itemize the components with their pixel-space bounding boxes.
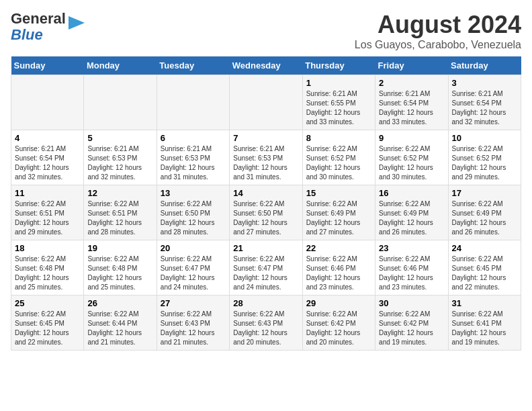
day-number: 31: [452, 298, 517, 308]
calendar-cell-w3d6: 16Sunrise: 6:22 AM Sunset: 6:49 PM Dayli…: [375, 185, 448, 240]
calendar-cell-w1d3: [157, 75, 229, 130]
day-info: Sunrise: 6:22 AM Sunset: 6:44 PM Dayligh…: [87, 310, 152, 347]
logo-content: General Blue: [11, 11, 86, 43]
day-number: 24: [452, 243, 517, 253]
calendar-cell-w3d7: 17Sunrise: 6:22 AM Sunset: 6:49 PM Dayli…: [448, 185, 521, 240]
calendar-cell-w2d7: 10Sunrise: 6:22 AM Sunset: 6:52 PM Dayli…: [448, 130, 521, 185]
day-number: 20: [161, 243, 226, 253]
calendar-cell-w5d5: 29Sunrise: 6:22 AM Sunset: 6:42 PM Dayli…: [302, 295, 375, 351]
day-number: 16: [379, 188, 444, 198]
day-info: Sunrise: 6:22 AM Sunset: 6:49 PM Dayligh…: [379, 199, 444, 237]
header-friday: Friday: [375, 56, 448, 75]
day-number: 6: [161, 133, 226, 143]
day-info: Sunrise: 6:22 AM Sunset: 6:42 PM Dayligh…: [379, 310, 444, 347]
calendar-cell-w2d1: 4Sunrise: 6:21 AM Sunset: 6:54 PM Daylig…: [11, 130, 84, 185]
day-info: Sunrise: 6:22 AM Sunset: 6:45 PM Dayligh…: [15, 310, 80, 347]
day-number: 17: [452, 188, 517, 198]
calendar-cell-w1d6: 2Sunrise: 6:21 AM Sunset: 6:54 PM Daylig…: [375, 75, 448, 130]
calendar-cell-w3d3: 13Sunrise: 6:22 AM Sunset: 6:50 PM Dayli…: [157, 185, 229, 240]
day-info: Sunrise: 6:21 AM Sunset: 6:54 PM Dayligh…: [379, 89, 444, 127]
calendar-cell-w1d4: [230, 75, 302, 130]
calendar-cell-w5d7: 31Sunrise: 6:22 AM Sunset: 6:41 PM Dayli…: [448, 295, 521, 351]
day-info: Sunrise: 6:21 AM Sunset: 6:55 PM Dayligh…: [306, 89, 371, 127]
calendar-cell-w4d4: 21Sunrise: 6:22 AM Sunset: 6:47 PM Dayli…: [230, 240, 302, 295]
day-number: 18: [15, 243, 80, 253]
calendar-cell-w4d3: 20Sunrise: 6:22 AM Sunset: 6:47 PM Dayli…: [157, 240, 229, 295]
day-number: 5: [87, 133, 152, 143]
day-number: 28: [233, 298, 298, 308]
logo: General Blue: [11, 11, 86, 43]
calendar-cell-w1d5: 1Sunrise: 6:21 AM Sunset: 6:55 PM Daylig…: [302, 75, 375, 130]
calendar-cell-w5d3: 27Sunrise: 6:22 AM Sunset: 6:43 PM Dayli…: [157, 295, 229, 351]
title-area: August 2024 Los Guayos, Carabobo, Venezu…: [355, 11, 521, 51]
calendar-week-3: 11Sunrise: 6:22 AM Sunset: 6:51 PM Dayli…: [11, 185, 521, 240]
day-number: 15: [306, 188, 371, 198]
day-number: 10: [452, 133, 517, 143]
day-number: 26: [87, 298, 152, 308]
header-sunday: Sunday: [11, 56, 84, 75]
day-number: 23: [379, 243, 444, 253]
day-info: Sunrise: 6:22 AM Sunset: 6:43 PM Dayligh…: [161, 310, 226, 347]
day-info: Sunrise: 6:22 AM Sunset: 6:48 PM Dayligh…: [87, 255, 152, 292]
calendar-cell-w4d2: 19Sunrise: 6:22 AM Sunset: 6:48 PM Dayli…: [84, 240, 157, 295]
page-title: August 2024: [355, 11, 521, 39]
header-tuesday: Tuesday: [157, 56, 229, 75]
day-number: 11: [15, 188, 80, 198]
day-info: Sunrise: 6:22 AM Sunset: 6:47 PM Dayligh…: [233, 255, 298, 292]
calendar-cell-w3d4: 14Sunrise: 6:22 AM Sunset: 6:50 PM Dayli…: [230, 185, 302, 240]
calendar-cell-w3d5: 15Sunrise: 6:22 AM Sunset: 6:49 PM Dayli…: [302, 185, 375, 240]
day-number: 3: [452, 78, 517, 88]
calendar-cell-w5d2: 26Sunrise: 6:22 AM Sunset: 6:44 PM Dayli…: [84, 295, 157, 351]
day-info: Sunrise: 6:22 AM Sunset: 6:52 PM Dayligh…: [379, 144, 444, 182]
day-info: Sunrise: 6:22 AM Sunset: 6:45 PM Dayligh…: [452, 255, 517, 292]
logo-general: General: [11, 10, 66, 27]
day-number: 2: [379, 78, 444, 88]
calendar-cell-w2d3: 6Sunrise: 6:21 AM Sunset: 6:53 PM Daylig…: [157, 130, 229, 185]
calendar-cell-w5d1: 25Sunrise: 6:22 AM Sunset: 6:45 PM Dayli…: [11, 295, 84, 351]
day-number: 8: [306, 133, 371, 143]
calendar-cell-w2d4: 7Sunrise: 6:21 AM Sunset: 6:53 PM Daylig…: [230, 130, 302, 185]
day-info: Sunrise: 6:22 AM Sunset: 6:42 PM Dayligh…: [306, 310, 371, 347]
day-number: 14: [233, 188, 298, 198]
calendar-cell-w4d7: 24Sunrise: 6:22 AM Sunset: 6:45 PM Dayli…: [448, 240, 521, 295]
calendar-table: SundayMondayTuesdayWednesdayThursdayFrid…: [11, 56, 521, 351]
calendar-week-2: 4Sunrise: 6:21 AM Sunset: 6:54 PM Daylig…: [11, 130, 521, 185]
header-saturday: Saturday: [448, 56, 521, 75]
day-number: 30: [379, 298, 444, 308]
calendar-cell-w5d6: 30Sunrise: 6:22 AM Sunset: 6:42 PM Dayli…: [375, 295, 448, 351]
calendar-cell-w2d6: 9Sunrise: 6:22 AM Sunset: 6:52 PM Daylig…: [375, 130, 448, 185]
day-info: Sunrise: 6:22 AM Sunset: 6:46 PM Dayligh…: [306, 255, 371, 292]
calendar-cell-w4d1: 18Sunrise: 6:22 AM Sunset: 6:48 PM Dayli…: [11, 240, 84, 295]
calendar-cell-w2d5: 8Sunrise: 6:22 AM Sunset: 6:52 PM Daylig…: [302, 130, 375, 185]
calendar-cell-w4d5: 22Sunrise: 6:22 AM Sunset: 6:46 PM Dayli…: [302, 240, 375, 295]
logo-blue: Blue: [11, 26, 43, 43]
header: General Blue August 2024 Los Guayos, Car…: [11, 11, 521, 51]
page-subtitle: Los Guayos, Carabobo, Venezuela: [355, 39, 521, 51]
logo-arrow-icon: [67, 13, 86, 35]
day-number: 29: [306, 298, 371, 308]
calendar-week-1: 1Sunrise: 6:21 AM Sunset: 6:55 PM Daylig…: [11, 75, 521, 130]
day-info: Sunrise: 6:21 AM Sunset: 6:54 PM Dayligh…: [452, 89, 517, 127]
day-info: Sunrise: 6:21 AM Sunset: 6:53 PM Dayligh…: [233, 144, 298, 182]
day-info: Sunrise: 6:21 AM Sunset: 6:53 PM Dayligh…: [87, 144, 152, 182]
calendar-cell-w3d1: 11Sunrise: 6:22 AM Sunset: 6:51 PM Dayli…: [11, 185, 84, 240]
calendar-week-5: 25Sunrise: 6:22 AM Sunset: 6:45 PM Dayli…: [11, 295, 521, 351]
day-info: Sunrise: 6:22 AM Sunset: 6:49 PM Dayligh…: [306, 199, 371, 237]
day-info: Sunrise: 6:21 AM Sunset: 6:54 PM Dayligh…: [15, 144, 80, 182]
calendar-cell-w2d2: 5Sunrise: 6:21 AM Sunset: 6:53 PM Daylig…: [84, 130, 157, 185]
day-number: 4: [15, 133, 80, 143]
day-number: 27: [161, 298, 226, 308]
day-number: 21: [233, 243, 298, 253]
day-number: 12: [87, 188, 152, 198]
day-info: Sunrise: 6:22 AM Sunset: 6:52 PM Dayligh…: [452, 144, 517, 182]
day-info: Sunrise: 6:21 AM Sunset: 6:53 PM Dayligh…: [161, 144, 226, 182]
day-info: Sunrise: 6:22 AM Sunset: 6:41 PM Dayligh…: [452, 310, 517, 347]
day-number: 7: [233, 133, 298, 143]
svg-marker-0: [69, 16, 85, 30]
day-info: Sunrise: 6:22 AM Sunset: 6:52 PM Dayligh…: [306, 144, 371, 182]
day-info: Sunrise: 6:22 AM Sunset: 6:51 PM Dayligh…: [15, 199, 80, 237]
day-number: 9: [379, 133, 444, 143]
day-number: 1: [306, 78, 371, 88]
calendar-week-4: 18Sunrise: 6:22 AM Sunset: 6:48 PM Dayli…: [11, 240, 521, 295]
calendar-header-row: SundayMondayTuesdayWednesdayThursdayFrid…: [11, 56, 521, 75]
